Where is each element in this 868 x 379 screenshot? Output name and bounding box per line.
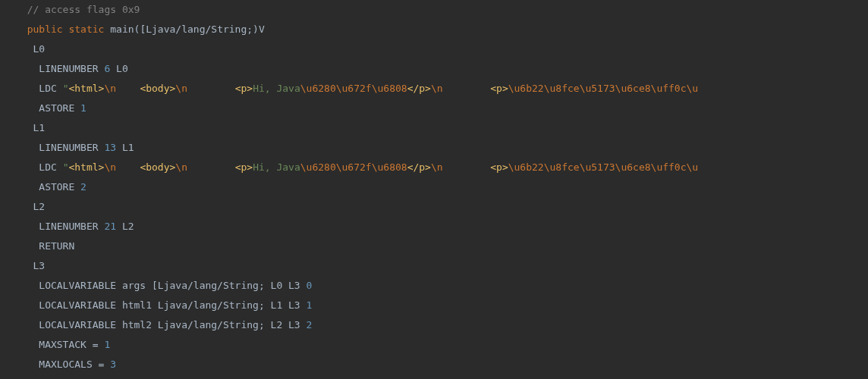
code-token-text: L2 bbox=[33, 201, 45, 212]
code-token-text: MAXSTACK = bbox=[39, 339, 104, 350]
code-token-tag: <body> bbox=[140, 161, 175, 173]
code-line[interactable]: // access flags 0x9 bbox=[15, 0, 853, 20]
code-line[interactable]: LDC "<html>\n <body>\n <p>Hi, Java\u6280… bbox=[15, 158, 853, 177]
code-token-tag: <body> bbox=[140, 83, 175, 94]
code-line[interactable]: L2 bbox=[15, 197, 853, 217]
code-token-escape: \u6280\u672f\u6808 bbox=[300, 83, 407, 94]
code-token-text: LINENUMBER bbox=[39, 142, 104, 153]
code-token-tag: <html> bbox=[68, 161, 104, 173]
code-token-text: L3 bbox=[33, 260, 45, 271]
code-token-tag: <html> bbox=[68, 83, 104, 94]
code-line[interactable]: L1 bbox=[15, 118, 853, 138]
code-line[interactable]: ASTORE 1 bbox=[15, 99, 853, 118]
code-line[interactable]: LINENUMBER 21 L2 bbox=[15, 217, 853, 236]
code-token-number: 2 bbox=[307, 319, 313, 330]
code-token-comment: // access flags 0x9 bbox=[27, 4, 140, 15]
code-line[interactable]: L0 bbox=[15, 39, 853, 59]
code-token-number: 0 bbox=[307, 280, 313, 291]
code-token-text: L0 bbox=[110, 63, 127, 74]
code-token-text: ASTORE bbox=[39, 102, 80, 114]
code-line[interactable]: MAXLOCALS = 3 bbox=[15, 355, 853, 374]
code-token-text: LDC bbox=[39, 161, 62, 173]
code-line[interactable]: MAXSTACK = 1 bbox=[15, 335, 853, 355]
code-token-number: 13 bbox=[104, 142, 116, 153]
code-token-string bbox=[443, 161, 491, 173]
code-token-escape: \n bbox=[104, 83, 116, 94]
code-token-text: main([Ljava/lang/String;)V bbox=[104, 23, 264, 35]
code-token-text: LOCALVARIABLE html1 Ljava/lang/String; L… bbox=[39, 299, 306, 311]
code-token-text: L1 bbox=[116, 142, 134, 153]
code-token-escape: \u6280\u672f\u6808 bbox=[300, 161, 407, 173]
code-token-number: 3 bbox=[110, 359, 116, 370]
code-editor[interactable]: // access flags 0x9 public static main([… bbox=[0, 0, 868, 374]
code-token-text: L1 bbox=[33, 122, 45, 133]
code-line[interactable]: LDC "<html>\n <body>\n <p>Hi, Java\u6280… bbox=[15, 79, 853, 99]
code-token-number: 1 bbox=[307, 299, 313, 311]
code-line[interactable]: ASTORE 2 bbox=[15, 177, 853, 197]
code-line[interactable]: public static main([Ljava/lang/String;)V bbox=[15, 20, 853, 39]
code-token-string: Hi, Java bbox=[253, 161, 300, 173]
code-token-string bbox=[443, 83, 491, 94]
code-token-escape: \u6b22\u8fce\u5173\u6ce8\uff0c\u bbox=[508, 161, 698, 173]
code-token-text: LDC bbox=[39, 83, 62, 94]
code-token-text: LINENUMBER bbox=[39, 221, 104, 232]
code-token-string bbox=[187, 161, 235, 173]
code-token-tag: <p> bbox=[235, 83, 253, 94]
code-line[interactable]: RETURN bbox=[15, 236, 853, 256]
code-token-escape: \n bbox=[431, 161, 443, 173]
code-token-text: LINENUMBER bbox=[39, 63, 104, 74]
code-token-keyword: static bbox=[68, 23, 104, 35]
code-token-text: L0 bbox=[33, 43, 45, 55]
code-line[interactable]: LINENUMBER 13 L1 bbox=[15, 138, 853, 158]
code-token-tag: <p> bbox=[235, 161, 253, 173]
code-line[interactable]: LINENUMBER 6 L0 bbox=[15, 59, 853, 79]
code-line[interactable]: L3 bbox=[15, 256, 853, 276]
code-token-string bbox=[187, 83, 235, 94]
code-token-escape: \u6b22\u8fce\u5173\u6ce8\uff0c\u bbox=[508, 83, 698, 94]
code-token-number: 21 bbox=[104, 221, 116, 232]
code-token-string bbox=[116, 83, 140, 94]
code-token-tag: <p> bbox=[490, 161, 508, 173]
code-token-text: MAXLOCALS = bbox=[39, 359, 110, 370]
code-token-text: LOCALVARIABLE html2 Ljava/lang/String; L… bbox=[39, 319, 306, 330]
code-line[interactable]: LOCALVARIABLE html1 Ljava/lang/String; L… bbox=[15, 296, 853, 315]
code-token-tag: </p> bbox=[407, 83, 431, 94]
code-token-number: 1 bbox=[104, 339, 110, 350]
code-line[interactable]: LOCALVARIABLE html2 Ljava/lang/String; L… bbox=[15, 315, 853, 335]
code-token-escape: \n bbox=[175, 161, 187, 173]
code-token-text: RETURN bbox=[39, 240, 74, 252]
code-token-text: ASTORE bbox=[39, 181, 80, 193]
code-token-keyword: public bbox=[27, 23, 63, 35]
code-token-string bbox=[116, 161, 140, 173]
code-token-number: 2 bbox=[80, 181, 86, 193]
code-token-tag: <p> bbox=[490, 83, 508, 94]
code-token-tag: </p> bbox=[407, 161, 431, 173]
code-token-text: LOCALVARIABLE args [Ljava/lang/String; L… bbox=[39, 280, 306, 291]
code-token-escape: \n bbox=[175, 83, 187, 94]
code-token-escape: \n bbox=[104, 161, 116, 173]
code-token-escape: \n bbox=[431, 83, 443, 94]
code-token-text: L2 bbox=[116, 221, 134, 232]
code-token-string: Hi, Java bbox=[253, 83, 300, 94]
code-line[interactable]: LOCALVARIABLE args [Ljava/lang/String; L… bbox=[15, 276, 853, 296]
code-token-number: 1 bbox=[80, 102, 86, 114]
